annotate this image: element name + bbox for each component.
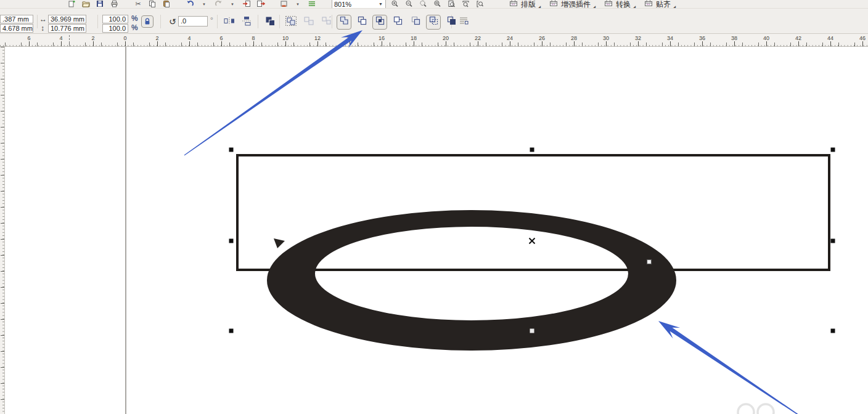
intersect-icon xyxy=(375,15,385,28)
ruler-number: 28 xyxy=(571,35,577,41)
weld-button[interactable] xyxy=(337,15,351,30)
rotation-angle-field[interactable]: .0 xyxy=(178,16,208,26)
toolbar-menu-buttons: 排版◢增强插件◢转换◢贴齐◢ xyxy=(509,0,676,9)
scale-horizontal-field[interactable]: 100.0 xyxy=(102,15,128,23)
mirror-horizontal-icon xyxy=(224,17,235,28)
ruler-major-tick xyxy=(125,41,126,46)
open-button[interactable] xyxy=(81,0,91,9)
ungroup-icon xyxy=(303,16,314,28)
save-button[interactable] xyxy=(95,0,105,9)
ruler-major-tick xyxy=(862,41,863,46)
property-bar-group xyxy=(263,14,277,30)
undo-button[interactable] xyxy=(185,0,195,9)
mirror-vertical-button[interactable] xyxy=(240,15,255,30)
ruler-number: 20 xyxy=(443,35,449,41)
paste-button[interactable] xyxy=(162,0,171,9)
layout-label: 排版 xyxy=(521,0,536,9)
horizontal-ruler[interactable]: 6420246810121416182022242628303234363840… xyxy=(0,34,868,47)
zoom-height-button[interactable] xyxy=(475,0,485,9)
simplify-icon xyxy=(393,15,403,28)
ruler-major-tick xyxy=(29,41,30,46)
menu-button-layout[interactable]: 排版◢ xyxy=(509,0,541,9)
redo-dropdown[interactable]: ▼ xyxy=(227,0,237,9)
cut-button[interactable]: ✂ xyxy=(133,0,143,9)
standard-toolbar: 801% ▼ 排版◢增强插件◢转换◢贴齐◢ ✂▼▼▼ xyxy=(0,0,868,9)
zoom-all-button[interactable] xyxy=(432,0,442,9)
copy-button[interactable] xyxy=(147,0,157,9)
undo-dropdown[interactable]: ▼ xyxy=(199,0,209,9)
paste-icon xyxy=(163,1,170,7)
toolbar-group: ▼ xyxy=(279,0,317,9)
app-dropdown[interactable]: ▼ xyxy=(293,0,303,9)
redo-button[interactable] xyxy=(213,0,223,9)
zoom-selected-button[interactable] xyxy=(418,0,428,9)
ruler-number: 22 xyxy=(475,35,481,41)
zoom-page-button[interactable] xyxy=(446,0,456,9)
print-button[interactable] xyxy=(109,0,119,9)
property-bar-group xyxy=(222,14,255,30)
print-icon xyxy=(110,1,118,7)
zoom-level-combo[interactable]: 801% ▼ xyxy=(332,0,386,9)
ruler-number: 26 xyxy=(539,35,545,41)
cut-icon: ✂ xyxy=(134,1,142,7)
menu-button-convert[interactable]: 转换◢ xyxy=(604,0,636,9)
vertical-ruler[interactable] xyxy=(0,47,5,414)
ruler-number: 18 xyxy=(411,35,417,41)
svg-text:▼: ▼ xyxy=(231,2,234,6)
ruler-major-tick xyxy=(414,41,414,46)
property-bar-group xyxy=(284,14,334,30)
intersect-button[interactable] xyxy=(372,15,387,30)
wrap-text-icon xyxy=(458,16,469,28)
combine-button[interactable] xyxy=(263,15,277,30)
import-button[interactable] xyxy=(242,0,252,9)
front-minus-back-button[interactable] xyxy=(408,15,423,30)
zoom-in-icon xyxy=(391,1,399,7)
ruler-major-tick xyxy=(350,41,350,46)
menu-button-snap-to[interactable]: 贴齐◢ xyxy=(644,0,676,9)
ruler-number: 34 xyxy=(667,35,673,41)
svg-text:▼: ▼ xyxy=(296,2,300,6)
ruler-major-tick xyxy=(798,41,799,46)
welcome-screen-button[interactable] xyxy=(307,0,317,9)
ruler-number: 10 xyxy=(282,35,289,41)
convert-icon xyxy=(604,0,613,9)
ruler-number: 30 xyxy=(603,35,609,41)
convert-label: 转换 xyxy=(616,0,631,9)
object-height-field[interactable]: 10.776 mm xyxy=(48,24,86,33)
trim-button[interactable] xyxy=(354,15,369,30)
corner-arrow-icon: ◢ xyxy=(592,4,596,9)
svg-text:✂: ✂ xyxy=(135,0,141,7)
menu-button-enhanced-plugins[interactable]: 增强插件◢ xyxy=(549,0,596,9)
mirror-horizontal-button[interactable] xyxy=(222,15,237,30)
ruler-number: 8 xyxy=(252,35,255,41)
back-minus-front-button[interactable] xyxy=(426,15,441,30)
object-width-field[interactable]: 36.969 mm xyxy=(48,15,86,23)
zoom-out-button[interactable] xyxy=(404,0,414,9)
ruler-major-tick xyxy=(606,41,607,46)
scale-vertical-field[interactable]: 100.0 xyxy=(102,24,128,33)
ruler-major-tick xyxy=(510,41,510,46)
zoom-level-value: 801% xyxy=(334,1,351,8)
object-position-y-field[interactable]: 4.678 mm xyxy=(0,24,33,33)
snap-to-icon xyxy=(644,0,653,9)
ruler-major-tick xyxy=(61,41,62,46)
wrap-text-button[interactable] xyxy=(456,15,471,30)
object-position-x-field[interactable]: .387 mm xyxy=(0,15,33,23)
zoom-height-icon xyxy=(476,1,484,7)
new-button[interactable] xyxy=(67,0,76,9)
toolbar-group xyxy=(390,0,485,9)
drawing-canvas[interactable] xyxy=(5,47,868,414)
zoom-all-icon xyxy=(433,1,441,7)
group-button[interactable] xyxy=(284,15,298,30)
zoom-width-button[interactable] xyxy=(461,0,470,9)
zoom-page-icon xyxy=(448,1,456,7)
zoom-in-button[interactable] xyxy=(390,0,399,9)
app-launcher-button[interactable] xyxy=(279,0,289,9)
simplify-button[interactable] xyxy=(390,15,405,30)
ruler-number: 6 xyxy=(27,35,30,41)
layout-icon xyxy=(509,0,518,9)
export-button[interactable] xyxy=(256,0,266,9)
chevron-down-icon[interactable]: ▼ xyxy=(379,2,383,6)
lock-ratio-button[interactable] xyxy=(141,15,154,28)
ruler-major-tick xyxy=(830,41,831,46)
